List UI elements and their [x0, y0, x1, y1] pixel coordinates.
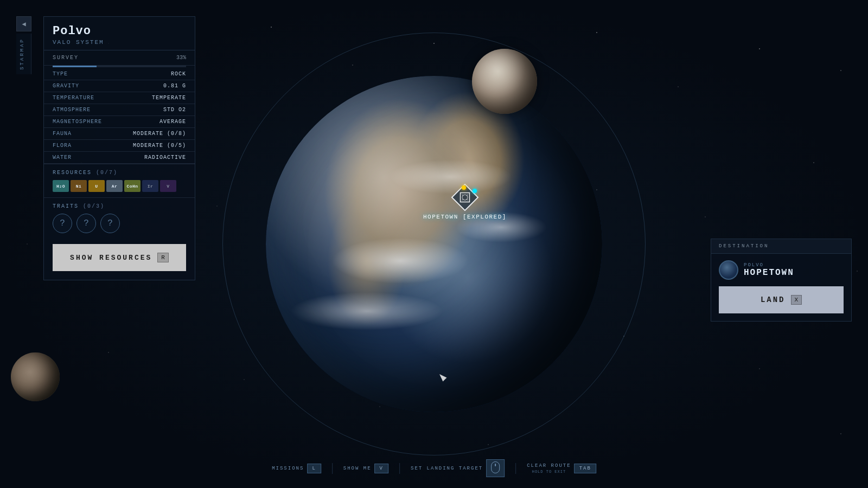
hud-set-landing: SET LANDING TARGET — [411, 459, 505, 477]
land-key: X — [791, 295, 802, 305]
planet-info-panel: Polvo Valo System SURVEY 33% TYPEROCKGRA… — [43, 16, 195, 280]
resource-chip: Ni — [71, 180, 87, 192]
destination-location-name: HOPETOWN — [744, 268, 794, 278]
stat-value: 0.81 G — [117, 80, 195, 92]
stat-value: STD O2 — [117, 104, 195, 116]
panel-header: Polvo Valo System — [44, 17, 195, 50]
hud-show-me: SHOW ME V — [343, 464, 388, 473]
stat-label: ATMOSPHERE — [44, 104, 117, 116]
set-landing-key — [486, 459, 505, 477]
stat-label: FAUNA — [44, 128, 117, 140]
location-marker[interactable]: HOPETOWN [EXPLORED] — [423, 184, 507, 220]
land-label: LAND — [761, 296, 786, 304]
destination-planet-icon — [719, 260, 738, 280]
stat-label: TEMPERATURE — [44, 92, 117, 104]
resource-chip: CoHn — [124, 180, 141, 192]
survey-percentage: 33% — [176, 55, 186, 61]
survey-row: SURVEY 33% — [44, 50, 195, 66]
planet-system: Valo System — [53, 39, 186, 46]
set-landing-label: SET LANDING TARGET — [411, 466, 483, 471]
hud-sep-3 — [515, 463, 516, 474]
trait-bubble: ? — [76, 214, 96, 233]
stat-value: RADIOACTIVE — [117, 152, 195, 164]
resources-section: RESOURCES (0/7) H₂ONiUArCoHnIrV — [44, 164, 195, 197]
stat-row: FAUNAMODERATE (0/8) — [44, 128, 195, 140]
moon-top-right — [472, 49, 537, 114]
marker-icon — [452, 184, 478, 210]
clear-route-group: CLEAR ROUTE HOLD TO EXIT — [527, 463, 571, 474]
resource-chip: U — [88, 180, 105, 192]
hold-to-exit-label: HOLD TO EXIT — [532, 470, 566, 474]
destination-panel: DESTINATION POLVO HOPETOWN LAND X — [711, 239, 852, 322]
land-button[interactable]: LAND X — [719, 286, 844, 313]
stat-label: WATER — [44, 152, 117, 164]
trait-bubble: ? — [53, 214, 72, 233]
moon-bottom-left — [11, 352, 60, 401]
stat-value: MODERATE (0/8) — [117, 128, 195, 140]
hud-clear-route: CLEAR ROUTE HOLD TO EXIT TAB — [527, 463, 596, 474]
planet-name: Polvo — [53, 24, 186, 38]
destination-planet-info: POLVO HOPETOWN — [744, 262, 794, 278]
traits-count: (0/3) — [83, 203, 105, 209]
collapse-arrow-icon: ◀ — [22, 20, 25, 28]
hud-missions: MISSIONS L — [272, 464, 321, 473]
planet-view — [266, 76, 602, 412]
stat-row: MAGNETOSPHEREAVERAGE — [44, 116, 195, 128]
stat-row: ATMOSPHERESTD O2 — [44, 104, 195, 116]
show-me-label: SHOW ME — [343, 466, 372, 471]
clear-route-key[interactable]: TAB — [575, 464, 596, 473]
marker-dot-gold — [462, 185, 466, 190]
trait-bubbles: ??? — [53, 214, 186, 233]
marker-dot-teal — [473, 189, 477, 193]
destination-body: POLVO HOPETOWN — [711, 254, 851, 286]
traits-label: TRAITS — [53, 203, 79, 209]
stat-value: TEMPERATE — [117, 92, 195, 104]
bottom-hud: MISSIONS L SHOW ME V SET LANDING TARGET … — [272, 459, 596, 477]
show-resources-key: R — [157, 253, 169, 262]
survey-label: SURVEY — [53, 55, 79, 61]
trait-bubble: ? — [100, 214, 120, 233]
resource-chip: Ar — [106, 180, 123, 192]
destination-header: DESTINATION — [711, 239, 851, 254]
stat-row: WATERRADIOACTIVE — [44, 152, 195, 164]
starmap-label: STARMAP — [16, 34, 31, 74]
stat-row: FLORAMODERATE (0/5) — [44, 140, 195, 152]
resource-chip: Ir — [142, 180, 158, 192]
stat-label: MAGNETOSPHERE — [44, 116, 117, 128]
marker-label: HOPETOWN [EXPLORED] — [423, 214, 507, 220]
resources-count: (0/7) — [96, 170, 118, 176]
stat-value: AVERAGE — [117, 116, 195, 128]
stat-row: TYPEROCK — [44, 68, 195, 80]
stat-label: FLORA — [44, 140, 117, 152]
stat-label: TYPE — [44, 68, 117, 80]
resources-header: RESOURCES (0/7) — [53, 170, 186, 176]
resource-chip: V — [160, 180, 176, 192]
stats-table: TYPEROCKGRAVITY0.81 GTEMPERATURETEMPERAT… — [44, 68, 195, 164]
missions-label: MISSIONS — [272, 466, 304, 471]
resource-chips: H₂ONiUArCoHnIrV — [53, 180, 186, 192]
show-me-key[interactable]: V — [375, 464, 388, 473]
hud-sep-1 — [332, 463, 333, 474]
show-resources-label: SHOW RESOURCES — [70, 254, 152, 262]
sidebar-left: ◀ STARMAP — [16, 16, 31, 74]
missions-key[interactable]: L — [307, 464, 321, 473]
resource-chip: H₂O — [53, 180, 69, 192]
collapse-button[interactable]: ◀ — [16, 16, 31, 31]
survey-bar-container — [53, 66, 186, 67]
survey-bar-fill — [53, 66, 97, 67]
show-resources-button[interactable]: SHOW RESOURCES R — [53, 244, 186, 271]
hud-sep-2 — [399, 463, 400, 474]
stat-row: TEMPERATURETEMPERATE — [44, 92, 195, 104]
traits-header: TRAITS (0/3) — [53, 203, 186, 209]
stat-value: MODERATE (0/5) — [117, 140, 195, 152]
clear-route-label: CLEAR ROUTE — [527, 463, 571, 468]
traits-section: TRAITS (0/3) ??? — [44, 197, 195, 239]
destination-planet-name: POLVO — [744, 262, 794, 268]
mouse-icon — [491, 461, 500, 473]
planet-highlight — [266, 76, 602, 412]
stat-row: GRAVITY0.81 G — [44, 80, 195, 92]
resources-label: RESOURCES — [53, 170, 92, 176]
stat-value: ROCK — [117, 68, 195, 80]
stat-label: GRAVITY — [44, 80, 117, 92]
